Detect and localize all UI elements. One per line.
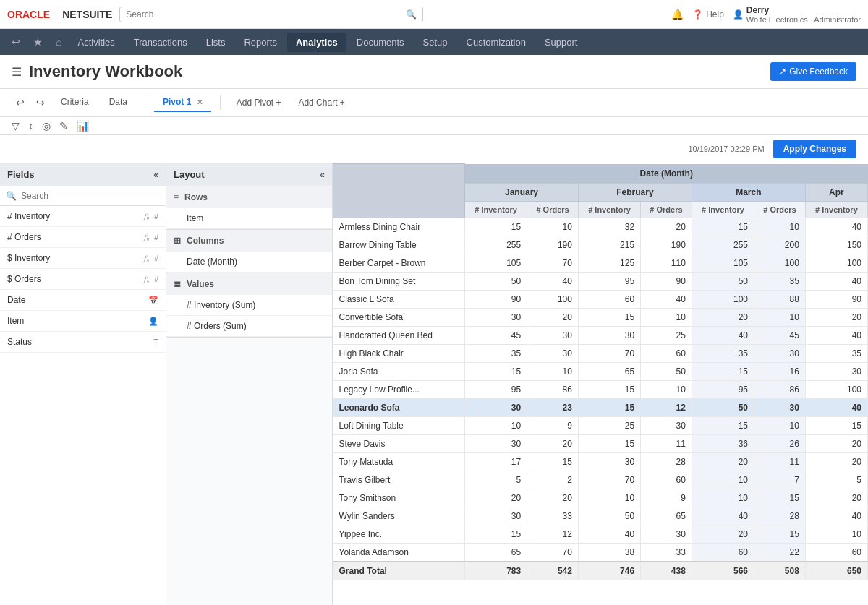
table-row[interactable]: Bon Tom Dining Set 50 40 95 90 50 35 40 (333, 272, 868, 290)
search-icon[interactable]: 🔍 (406, 9, 417, 20)
mar-ord-cell: 45 (754, 326, 806, 344)
field-item[interactable]: Status T (0, 332, 166, 353)
table-row[interactable]: Travis Gilbert 5 2 70 60 10 7 5 (333, 471, 868, 489)
give-feedback-button[interactable]: ↗ Give Feedback (770, 62, 856, 81)
global-search-bar[interactable]: 🔍 (119, 7, 423, 22)
bell-icon[interactable]: 🔔 (671, 9, 684, 20)
layout-collapse-icon[interactable]: « (320, 170, 325, 180)
add-chart-button[interactable]: Add Chart + (291, 94, 352, 111)
redo-icon[interactable]: ↪ (32, 94, 49, 111)
table-row[interactable]: Wylin Sanders 30 33 50 65 40 28 40 (333, 507, 868, 525)
table-row[interactable]: Legacy Low Profile... 95 86 15 10 95 86 … (333, 380, 868, 398)
nav-analytics[interactable]: Analytics (287, 33, 346, 52)
hash-icon: # (154, 212, 158, 220)
field-item[interactable]: Item 👤 (0, 311, 166, 332)
feb-inv-cell: 65 (578, 362, 640, 380)
field-actions: T (153, 338, 158, 346)
nav-reports[interactable]: Reports (235, 33, 286, 52)
field-name: Item (7, 316, 24, 326)
table-row[interactable]: High Black Chair 35 30 70 60 35 30 35 (333, 344, 868, 362)
nav-home-icon[interactable]: ⌂ (50, 32, 67, 52)
table-row[interactable]: Steve Davis 30 20 15 11 36 26 20 (333, 434, 868, 452)
fx-icon[interactable]: 𝑓ₓ (144, 275, 150, 284)
mar-inv-cell: 20 (692, 525, 754, 543)
nav-star-icon[interactable]: ★ (27, 32, 48, 52)
mar-ord-cell: 30 (754, 398, 806, 416)
nav-lists[interactable]: Lists (197, 33, 234, 52)
table-row[interactable]: Handcrafted Queen Bed 45 30 30 25 40 45 … (333, 326, 868, 344)
rows-layout-item[interactable]: Item (166, 208, 332, 229)
table-row[interactable]: Leonardo Sofa 30 23 15 12 50 30 40 (333, 398, 868, 416)
feb-inv-cell: 125 (578, 254, 640, 272)
values-layout-item[interactable]: # Inventory (Sum) (166, 295, 332, 316)
data-tab[interactable]: Data (101, 93, 136, 112)
apr-inv-cell: 60 (805, 543, 867, 562)
apply-changes-button[interactable]: Apply Changes (773, 140, 856, 158)
hamburger-icon[interactable]: ☰ (12, 65, 22, 79)
table-row[interactable]: Convertible Sofa 30 20 15 10 20 10 20 (333, 308, 868, 326)
apr-inv-cell: 40 (805, 218, 867, 236)
item-name: Leonardo Sofa (333, 398, 465, 416)
nav-documents[interactable]: Documents (348, 33, 413, 52)
feb-inv-cell: 38 (578, 543, 640, 562)
mar-inv-cell: 15 (692, 218, 754, 236)
global-search-input[interactable] (126, 9, 406, 20)
layout-panel-header: Layout « (166, 163, 332, 186)
fx-icon[interactable]: 𝑓ₓ (144, 254, 150, 263)
table-row[interactable]: Yolanda Adamson 65 70 38 33 60 22 60 (333, 543, 868, 562)
table-row[interactable]: Tony Smithson 20 20 10 9 10 15 20 (333, 489, 868, 507)
nav-transactions[interactable]: Transactions (125, 33, 196, 52)
undo-icon[interactable]: ↩ (12, 94, 29, 111)
page-title-area: ☰ Inventory Workbook (12, 62, 182, 81)
chart-icon[interactable]: 📊 (77, 120, 89, 132)
table-row[interactable]: Classic L Sofa 90 100 60 40 100 88 90 (333, 290, 868, 308)
circle-icon[interactable]: ◎ (42, 120, 51, 132)
columns-layout-item[interactable]: Date (Month) (166, 252, 332, 273)
table-row[interactable]: Barrow Dining Table 255 190 215 190 255 … (333, 236, 868, 254)
criteria-tab[interactable]: Criteria (52, 93, 98, 112)
page-title: Inventory Workbook (29, 62, 182, 81)
field-item[interactable]: # Inventory 𝑓ₓ# (0, 206, 166, 227)
nav-back-icon[interactable]: ↩ (6, 32, 26, 52)
tabs-toolbar: ↩ ↪ Criteria Data Pivot 1 ✕ Add Pivot + … (0, 89, 868, 117)
table-row[interactable]: Loft Dining Table 10 9 25 30 15 10 15 (333, 416, 868, 434)
top-right-area: 🔔 ❓ Help 👤 Derry Wolfe Electronics · Adm… (671, 5, 861, 24)
add-pivot-button[interactable]: Add Pivot + (229, 94, 289, 111)
fields-list: # Inventory 𝑓ₓ# # Orders 𝑓ₓ# $ Inventory… (0, 206, 166, 353)
feb-inv-cell: 10 (578, 489, 640, 507)
jan-inv-cell: 15 (465, 525, 527, 543)
values-layout-item[interactable]: # Orders (Sum) (166, 316, 332, 337)
add-chart-plus-icon: Add Chart + (298, 98, 344, 108)
mar-ord-cell: 10 (754, 416, 806, 434)
sort-icon[interactable]: ↕ (28, 120, 33, 132)
fx-icon[interactable]: 𝑓ₓ (144, 212, 150, 221)
apr-inv-cell: 90 (805, 290, 867, 308)
table-row[interactable]: Yippee Inc. 15 12 40 30 20 15 10 (333, 525, 868, 543)
nav-setup[interactable]: Setup (414, 33, 456, 52)
user-info[interactable]: 👤 Derry Wolfe Electronics · Administrato… (733, 5, 861, 24)
filter-icon[interactable]: ▽ (12, 120, 20, 132)
feb-ord-cell: 60 (641, 344, 692, 362)
pivot-1-tab[interactable]: Pivot 1 ✕ (154, 93, 211, 112)
field-item[interactable]: $ Orders 𝑓ₓ# (0, 269, 166, 290)
nav-activities[interactable]: Activities (69, 33, 123, 52)
feb-inv-cell: 32 (578, 218, 640, 236)
fx-icon[interactable]: 𝑓ₓ (144, 233, 150, 242)
fields-search-input[interactable] (21, 191, 160, 201)
fields-collapse-icon[interactable]: « (153, 170, 158, 180)
table-row[interactable]: Berber Carpet - Brown 105 70 125 110 105… (333, 254, 868, 272)
table-row[interactable]: Tony Matsuda 17 15 30 28 20 11 20 (333, 452, 868, 471)
help-button[interactable]: ❓ Help (692, 9, 724, 20)
item-name: Classic L Sofa (333, 290, 465, 308)
pivot-1-close-icon[interactable]: ✕ (197, 98, 203, 106)
field-item[interactable]: # Orders 𝑓ₓ# (0, 227, 166, 248)
edit-icon[interactable]: ✎ (59, 120, 68, 132)
nav-bar: ↩ ★ ⌂ Activities Transactions Lists Repo… (0, 29, 868, 55)
field-item[interactable]: $ Inventory 𝑓ₓ# (0, 248, 166, 269)
field-item[interactable]: Date 📅 (0, 290, 166, 311)
rows-section-header: ≡ Rows (166, 186, 332, 208)
table-row[interactable]: Armless Dining Chair 15 10 32 20 15 10 4… (333, 218, 868, 236)
nav-customization[interactable]: Customization (458, 33, 535, 52)
table-row[interactable]: Joria Sofa 15 10 65 50 15 16 30 (333, 362, 868, 380)
nav-support[interactable]: Support (536, 33, 587, 52)
